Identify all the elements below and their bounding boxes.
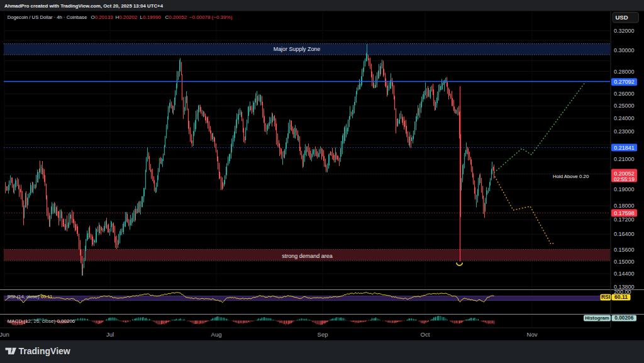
svg-text:02:55:19: 02:55:19: [614, 176, 635, 182]
svg-text:Major Supply Zone: Major Supply Zone: [274, 46, 321, 52]
svg-text:TradingView: TradingView: [19, 346, 70, 356]
svg-text:Jun: Jun: [0, 331, 9, 338]
svg-text:Dogecoin / US Dollar · 4h · Co: Dogecoin / US Dollar · 4h · Coinbase: [8, 14, 87, 20]
svg-text:0.26000: 0.26000: [614, 91, 635, 97]
svg-text:C0.20052: C0.20052: [165, 14, 187, 20]
svg-text:0.27092: 0.27092: [614, 79, 635, 85]
svg-text:0.21000: 0.21000: [614, 156, 635, 162]
svg-text:0.18000: 0.18000: [614, 203, 635, 209]
svg-text:−0.00078 (−0.39%): −0.00078 (−0.39%): [189, 14, 233, 20]
svg-text:Jul: Jul: [106, 331, 114, 338]
svg-text:60.11: 60.11: [614, 294, 628, 300]
svg-text:Oct: Oct: [421, 331, 430, 338]
svg-text:0.32000: 0.32000: [614, 28, 635, 34]
svg-text:RSI (14, close) 60.11: RSI (14, close) 60.11: [8, 294, 53, 299]
svg-text:0.21841: 0.21841: [614, 145, 635, 151]
svg-text:0.25000: 0.25000: [614, 103, 635, 109]
svg-text:MACD (12, 26, close) 0.00206: MACD (12, 26, close) 0.00206: [8, 318, 75, 324]
svg-text:0.23000: 0.23000: [614, 128, 635, 135]
svg-text:0.17598: 0.17598: [614, 210, 635, 216]
svg-text:0.14400: 0.14400: [614, 271, 635, 277]
svg-text:0.24000: 0.24000: [614, 115, 635, 121]
svg-text:0.30000: 0.30000: [614, 47, 635, 53]
svg-text:0.17200: 0.17200: [614, 216, 635, 223]
svg-text:L0.19990: L0.19990: [140, 14, 162, 20]
svg-text:0.28000: 0.28000: [614, 69, 635, 75]
svg-text:0.15000: 0.15000: [614, 259, 635, 265]
svg-text:0.15600: 0.15600: [614, 247, 635, 253]
svg-text:Nov: Nov: [527, 331, 538, 338]
svg-text:RSI: RSI: [601, 294, 610, 300]
svg-text:Histogram: Histogram: [585, 315, 609, 321]
svg-text:strong demand area: strong demand area: [282, 253, 333, 259]
svg-text:Hold Above 0.20: Hold Above 0.20: [553, 174, 589, 179]
svg-text:Aug: Aug: [211, 331, 222, 338]
svg-text:USD: USD: [615, 14, 628, 21]
svg-text:0.16400: 0.16400: [614, 231, 635, 237]
svg-text:0.00206: 0.00206: [614, 315, 633, 321]
svg-text:0.19000: 0.19000: [614, 186, 635, 193]
svg-text:H0.20202: H0.20202: [116, 14, 138, 20]
svg-text:O0.20133: O0.20133: [91, 14, 114, 20]
svg-text:AhmadPro created with TradingV: AhmadPro created with TradingView.com, O…: [4, 3, 164, 9]
svg-text:Sep: Sep: [318, 331, 328, 338]
